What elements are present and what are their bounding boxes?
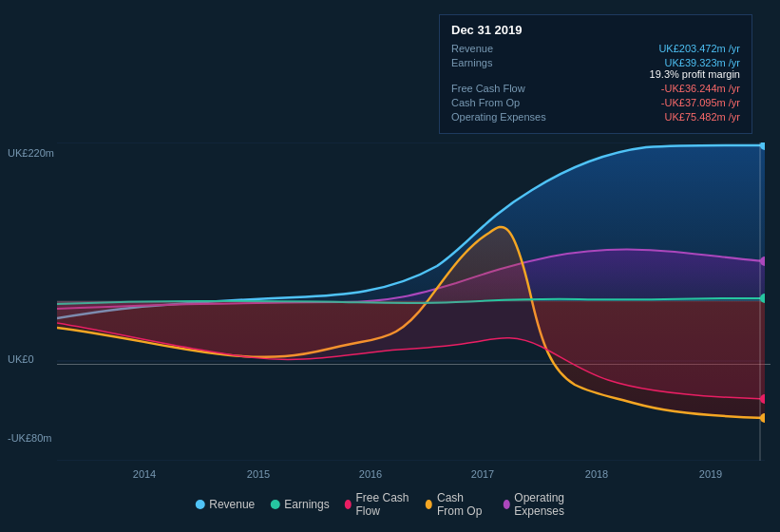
tooltip-value-earnings: UK£39.323m /yr [650,57,740,68]
legend-dot-cashop [426,500,432,509]
legend-item-earnings[interactable]: Earnings [270,498,329,511]
tooltip-label-opex: Operating Expenses [451,111,556,123]
legend-label-opex: Operating Expenses [514,491,584,518]
tooltip-label-earnings: Earnings [451,57,556,68]
tooltip-row-fcf: Free Cash Flow -UK£36.244m /yr [451,83,740,94]
tooltip-sub-margin: 19.3% profit margin [650,68,740,80]
legend-label-cashop: Cash From Op [437,491,488,518]
tooltip-value-cashop: -UK£37.095m /yr [661,97,740,108]
legend-dot-opex [503,500,509,509]
tooltip-value-fcf: -UK£36.244m /yr [661,83,740,94]
chart-legend: Revenue Earnings Free Cash Flow Cash Fro… [195,491,585,518]
tooltip-value-opex: UK£75.482m /yr [665,111,740,123]
tooltip-label-revenue: Revenue [451,43,556,54]
legend-item-cashop[interactable]: Cash From Op [426,491,487,518]
chart-container: Dec 31 2019 Revenue UK£203.472m /yr Earn… [0,0,780,532]
chart-svg [57,142,765,461]
x-label-2019: 2019 [699,468,722,480]
legend-label-earnings: Earnings [284,498,329,511]
tooltip-row-cashop: Cash From Op -UK£37.095m /yr [451,97,740,108]
tooltip-value-revenue: UK£203.472m /yr [658,43,740,54]
tooltip-label-cashop: Cash From Op [451,97,556,108]
tooltip-title: Dec 31 2019 [451,23,740,37]
legend-item-fcf[interactable]: Free Cash Flow [345,491,411,518]
y-label-top: UK£220m [8,147,54,159]
legend-dot-earnings [270,500,279,509]
tooltip-box: Dec 31 2019 Revenue UK£203.472m /yr Earn… [439,14,752,134]
tooltip-row-opex: Operating Expenses UK£75.482m /yr [451,111,740,123]
y-label-mid: UK£0 [8,353,34,365]
legend-dot-fcf [345,500,352,509]
legend-dot-revenue [195,500,204,509]
x-label-2018: 2018 [585,468,608,480]
x-label-2014: 2014 [133,468,156,480]
tooltip-label-fcf: Free Cash Flow [451,83,556,94]
legend-label-revenue: Revenue [209,498,255,511]
legend-item-revenue[interactable]: Revenue [195,498,255,511]
y-label-bottom: -UK£80m [8,432,51,444]
tooltip-row-revenue: Revenue UK£203.472m /yr [451,43,740,54]
x-label-2016: 2016 [359,468,382,480]
x-label-2015: 2015 [247,468,270,480]
x-label-2017: 2017 [471,468,494,480]
legend-item-opex[interactable]: Operating Expenses [503,491,584,518]
tooltip-row-earnings: Earnings UK£39.323m /yr 19.3% profit mar… [451,57,740,80]
legend-label-fcf: Free Cash Flow [355,491,410,518]
